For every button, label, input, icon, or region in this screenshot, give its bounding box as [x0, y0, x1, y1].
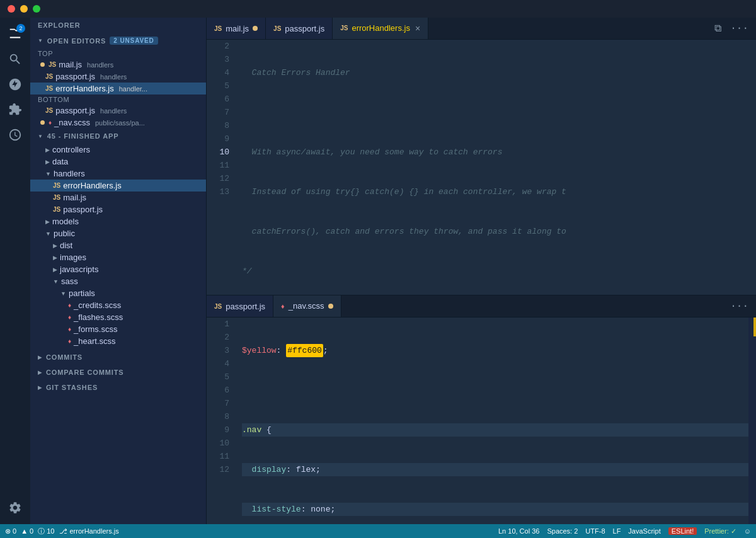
status-encoding[interactable]: UTF-8: [585, 527, 605, 535]
git-branch-icon: ⎇: [59, 527, 67, 535]
compare-commits-header[interactable]: ▶ COMPARE COMMITS: [30, 365, 206, 380]
folder-data[interactable]: ▶ data: [30, 156, 206, 168]
folder-sass-name: sass: [61, 277, 78, 286]
tab-passport-js-icon: JS: [273, 25, 281, 32]
file-errorhandlers-name: errorHandlers.js: [63, 181, 121, 190]
debug-activity-icon[interactable]: [4, 123, 26, 146]
status-git-file[interactable]: ⎇ errorHandlers.js: [59, 527, 118, 535]
tab-error-close-icon[interactable]: ×: [415, 23, 420, 33]
js-icon5: JS: [53, 182, 60, 189]
project-label: 45 - FINISHED APP: [47, 132, 119, 140]
tab-errorhandlers-js[interactable]: JS errorHandlers.js ×: [333, 18, 428, 40]
code-content-bottom[interactable]: $yellow: #ffc600; .nav { display: flex; …: [237, 318, 748, 524]
status-errors[interactable]: ⊗ 0 ▲ 0 ⓘ 10: [5, 527, 54, 536]
scss-icon4: ♦: [68, 326, 71, 333]
smiley-icon[interactable]: ☺: [744, 527, 751, 535]
tab-bar-top: JS mail.js JS passport.js JS errorHandle…: [207, 18, 756, 40]
scss-line-3: .nav {: [242, 423, 748, 437]
folder-data-name: data: [52, 157, 68, 166]
folder-javascripts[interactable]: ▶ javascripts: [30, 263, 206, 275]
compare-commits-triangle: ▶: [38, 370, 42, 375]
more-actions-button-bottom[interactable]: ···: [728, 299, 751, 313]
folder-dist-name: dist: [60, 241, 72, 250]
tab-passport-bottom-icon: JS: [214, 303, 222, 310]
folder-handlers[interactable]: ▼ handlers: [30, 168, 206, 180]
file-passport-name: passport.js: [63, 205, 103, 214]
open-editor-nav-scss[interactable]: ♦ _nav.scss public/sass/pa...: [30, 117, 206, 129]
status-eol[interactable]: LF: [613, 527, 621, 535]
tab-nav-dot: [328, 304, 333, 309]
file-credits[interactable]: ♦ _credits.scss: [30, 299, 206, 311]
sidebar: EXPLORER ▼ OPEN EDITORS 2 UNSAVED TOP JS…: [30, 18, 207, 524]
close-dot[interactable]: [8, 5, 15, 13]
status-ln-col[interactable]: Ln 10, Col 36: [498, 527, 539, 535]
file-heart-name: _heart.scss: [74, 336, 115, 346]
prettier-badge[interactable]: Prettier: ✓: [704, 527, 736, 535]
scss-icon2: ♦: [68, 302, 71, 309]
git-stashes-header[interactable]: ▶ GIT STASHES: [30, 380, 206, 395]
folder-partials[interactable]: ▼ partials: [30, 287, 206, 299]
code-content-top[interactable]: Catch Errors Handler With async/await, y…: [237, 40, 748, 295]
explorer-header[interactable]: EXPLORER: [30, 18, 206, 33]
open-editor-mail-js[interactable]: JS mail.js handlers: [30, 59, 206, 71]
folder-partials-name: partials: [69, 289, 95, 298]
tab-bar-bottom: JS passport.js ♦ _nav.scss ···: [207, 295, 756, 318]
commits-header[interactable]: ▶ COMMITS: [30, 350, 206, 365]
tab-passport-js-name: passport.js: [285, 24, 324, 33]
folder-models[interactable]: ▶ models: [30, 215, 206, 227]
git-stashes-label: GIT STASHES: [46, 384, 98, 391]
line-numbers-bottom: 1 2 3 4 5 6 7 8 9 10 11 12: [207, 318, 237, 524]
file-forms[interactable]: ♦ _forms.scss: [30, 323, 206, 335]
git-activity-icon[interactable]: [4, 73, 26, 96]
file-mail[interactable]: JS mail.js: [30, 192, 206, 203]
project-header[interactable]: ▼ 45 - FINISHED APP: [30, 129, 206, 144]
commits-label: COMMITS: [46, 353, 83, 361]
file-flashes[interactable]: ♦ _flashes.scss: [30, 311, 206, 323]
modified-dot2: [40, 120, 45, 125]
activity-bar: 2: [0, 18, 30, 524]
status-bar: ⊗ 0 ▲ 0 ⓘ 10 ⎇ errorHandlers.js Ln 10, C…: [0, 524, 756, 538]
tab-mail-js[interactable]: JS mail.js: [207, 18, 266, 40]
minimize-dot[interactable]: [20, 5, 28, 13]
status-language[interactable]: JavaScript: [628, 527, 660, 535]
folder-triangle: ▶: [45, 147, 50, 153]
folder-sass[interactable]: ▼ sass: [30, 275, 206, 287]
maximize-dot[interactable]: [33, 5, 40, 13]
folder-controllers[interactable]: ▶ controllers: [30, 144, 206, 156]
file-heart[interactable]: ♦ _heart.scss: [30, 335, 206, 347]
file-passport[interactable]: JS passport.js: [30, 203, 206, 215]
settings-activity-icon[interactable]: [4, 496, 26, 519]
eslint-badge[interactable]: ESLint!: [668, 527, 697, 535]
editor-pane-bottom: 1 2 3 4 5 6 7 8 9 10 11 12 $yellow: [207, 318, 756, 524]
open-editor-passport-js[interactable]: JS passport.js handlers: [30, 71, 206, 83]
status-spaces[interactable]: Spaces: 2: [547, 527, 578, 535]
tab-passport-js[interactable]: JS passport.js: [266, 18, 333, 40]
tab-nav-scss[interactable]: ♦ _nav.scss: [273, 295, 341, 318]
code-line-3: [242, 106, 748, 119]
files-activity-icon[interactable]: 2: [4, 23, 26, 45]
open-editor-errorhandlers-js[interactable]: JS errorHandlers.js handler...: [30, 83, 206, 94]
main-layout: 2 EXPLORE: [0, 18, 756, 524]
tab-error-js-icon: JS: [340, 25, 348, 31]
scss-line-1: $yellow: #ffc600;: [242, 344, 748, 357]
folder-public[interactable]: ▼ public: [30, 227, 206, 239]
folder-public-triangle: ▼: [45, 231, 51, 237]
search-activity-icon[interactable]: [4, 48, 26, 71]
open-editors-header[interactable]: ▼ OPEN EDITORS 2 UNSAVED: [30, 33, 206, 49]
extensions-activity-icon[interactable]: [4, 98, 26, 121]
file-errorhandlers[interactable]: JS errorHandlers.js: [30, 180, 206, 192]
tab-actions-top: ⧉ ···: [712, 21, 756, 36]
commits-triangle: ▶: [38, 355, 42, 360]
split-editor-button[interactable]: ⧉: [712, 21, 724, 36]
open-editor-error-context: handler...: [119, 85, 147, 93]
more-actions-button[interactable]: ···: [728, 21, 751, 35]
tab-passport-bottom[interactable]: JS passport.js: [207, 295, 273, 318]
minimap-highlight: [753, 318, 756, 336]
open-editor-bottom-passport[interactable]: JS passport.js handlers: [30, 105, 206, 117]
project-triangle: ▼: [38, 134, 43, 139]
minimap-bottom: [748, 318, 756, 524]
line-numbers-top: 2 3 4 5 6 7 8 9 10 11 12 13: [207, 40, 237, 295]
folder-images[interactable]: ▶ images: [30, 251, 206, 263]
folder-dist[interactable]: ▶ dist: [30, 239, 206, 251]
open-editor-nav-name: _nav.scss: [54, 118, 90, 127]
